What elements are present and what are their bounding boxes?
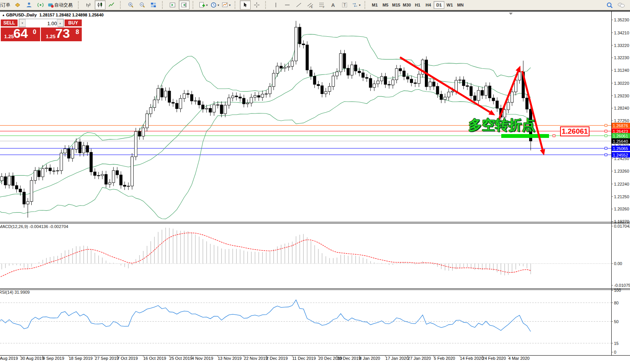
line-handle[interactable] bbox=[605, 124, 607, 126]
chevron-down-icon: ▾ bbox=[229, 3, 230, 7]
candlestick-chart-icon[interactable] bbox=[95, 0, 105, 10]
volume-increase-button[interactable]: ▲ bbox=[57, 19, 63, 27]
timeframe-M30[interactable]: M30 bbox=[402, 1, 412, 9]
svg-text:E: E bbox=[311, 6, 313, 8]
buy-price-box[interactable]: 1.25 73 8 bbox=[41, 28, 82, 41]
one-click-trading-panel: SELL ▼ ▲ BUY 1.25 64 0 1.25 73 8 bbox=[1, 19, 82, 42]
signal-icon[interactable] bbox=[35, 0, 46, 10]
price-badge-label: 1.24552 bbox=[613, 153, 628, 157]
channel-tool-icon[interactable]: E bbox=[305, 0, 316, 10]
rsi-axis-label: 0 bbox=[614, 350, 616, 354]
price-chart[interactable]: 1.352301.342101.332201.322301.312401.302… bbox=[0, 11, 630, 364]
price-axis-label: 1.35230 bbox=[614, 18, 629, 22]
text-label-tool-icon[interactable]: T bbox=[339, 0, 350, 10]
line-handle[interactable] bbox=[605, 130, 607, 132]
chart-template-icon[interactable]: ▾ bbox=[221, 0, 232, 10]
svg-text:A: A bbox=[331, 2, 335, 8]
crosshair-icon[interactable] bbox=[251, 0, 262, 10]
timeframe-MN[interactable]: MN bbox=[455, 1, 466, 9]
buy-button[interactable]: BUY bbox=[65, 19, 82, 26]
toolbar-grip bbox=[364, 1, 368, 9]
price-badge-label: 1.26876 bbox=[613, 123, 628, 128]
date-axis-label: 11 Dec 2019 bbox=[292, 356, 316, 361]
date-axis-label: 7 Oct 2019 bbox=[117, 356, 138, 361]
macd-axis-label: 0.00 bbox=[614, 261, 622, 266]
trendline-tool-icon[interactable] bbox=[293, 0, 304, 10]
toolbar-grip bbox=[265, 1, 268, 9]
auto-trading-button[interactable]: 自动交易 bbox=[47, 0, 75, 10]
chevron-down-icon: ▾ bbox=[206, 3, 207, 7]
horizontal-line-tool-icon[interactable] bbox=[282, 0, 293, 10]
timeframe-M5[interactable]: M5 bbox=[380, 1, 391, 9]
date-axis-label: 17 Jan 2020 bbox=[385, 356, 409, 361]
date-axis-label: 5 Feb 2020 bbox=[434, 356, 455, 361]
bar-chart-icon[interactable] bbox=[83, 0, 94, 10]
date-axis-label: 18 Sep 2019 bbox=[69, 356, 92, 361]
price-axis-label: 1.19270 bbox=[614, 219, 629, 224]
price-badge-label: 1.26061 bbox=[613, 134, 628, 138]
highlight-bar[interactable] bbox=[501, 134, 549, 138]
sell-price-big: 64 bbox=[13, 28, 28, 41]
price-badge-label: 1.26423 bbox=[613, 129, 628, 134]
price-axis-label: 1.32230 bbox=[614, 55, 629, 60]
price-badge-label: 1.25640 bbox=[613, 139, 628, 144]
price-axis-label: 1.31240 bbox=[614, 68, 629, 73]
buy-price-big: 73 bbox=[55, 28, 70, 41]
line-handle[interactable] bbox=[553, 134, 555, 137]
date-axis-label: 2 Dec 2019 bbox=[266, 356, 288, 361]
line-handle[interactable] bbox=[605, 154, 607, 156]
period-clock-icon[interactable]: ▾ bbox=[209, 0, 220, 10]
chart-shift-icon[interactable] bbox=[179, 0, 189, 10]
macd-axis-label: -0.010751 bbox=[614, 283, 630, 288]
date-axis-label: 27 Jan 2020 bbox=[408, 356, 431, 361]
chat-icon[interactable] bbox=[616, 1, 627, 10]
line-handle[interactable] bbox=[605, 147, 607, 149]
timeframe-D1[interactable]: D1 bbox=[434, 1, 444, 9]
indicators-icon[interactable]: ▾ bbox=[198, 0, 209, 10]
timeframe-W1[interactable]: W1 bbox=[444, 1, 455, 9]
deposit-icon[interactable] bbox=[12, 0, 23, 10]
date-axis-label: 4 Nov 2019 bbox=[192, 356, 213, 361]
line-chart-icon[interactable] bbox=[106, 0, 117, 10]
vertical-line-tool-icon[interactable] bbox=[270, 0, 281, 10]
volume-input[interactable] bbox=[26, 19, 58, 28]
price-tag-label[interactable]: 1.26061 bbox=[560, 126, 590, 136]
line-handle[interactable] bbox=[605, 134, 607, 137]
timeframe-M1[interactable]: M1 bbox=[369, 1, 380, 9]
date-axis-label: 21 Aug 2019 bbox=[0, 356, 18, 361]
toolbar-grip bbox=[162, 1, 165, 9]
turning-point-annotation[interactable]: 多空转折点 bbox=[468, 116, 535, 134]
macd-axis-label: 0.017043 bbox=[614, 224, 630, 228]
sell-button[interactable]: SELL bbox=[1, 19, 18, 26]
chevron-down-icon: ▾ bbox=[359, 3, 360, 7]
auto-scroll-icon[interactable] bbox=[167, 0, 178, 10]
date-axis-label: 22 Nov 2019 bbox=[244, 356, 267, 361]
date-axis-label: 13 Nov 2019 bbox=[218, 356, 241, 361]
toolbar-grip bbox=[78, 1, 81, 9]
cursor-icon[interactable] bbox=[240, 0, 251, 10]
tile-windows-icon[interactable] bbox=[148, 0, 159, 10]
zoom-in-icon[interactable] bbox=[125, 0, 136, 10]
text-tool-icon[interactable]: A bbox=[328, 0, 338, 10]
search-icon[interactable] bbox=[604, 1, 615, 10]
price-axis-label: 1.22240 bbox=[614, 182, 629, 186]
rsi-axis-label: 100 bbox=[614, 288, 621, 293]
account-icon[interactable] bbox=[24, 0, 34, 10]
price-axis-label: 1.21250 bbox=[614, 194, 629, 199]
timeframe-H4[interactable]: H4 bbox=[423, 1, 434, 9]
chart-title: ▲GBPUSD-,Daily1.28157 1.28482 1.24898 1.… bbox=[2, 13, 104, 17]
sell-price-sup: 0 bbox=[33, 29, 36, 36]
date-axis-label: 14 Feb 2020 bbox=[460, 356, 484, 361]
date-axis-label: 27 Sep 2019 bbox=[95, 356, 118, 361]
svg-text:F: F bbox=[323, 6, 324, 8]
fibonacci-tool-icon[interactable]: F bbox=[316, 0, 327, 10]
date-axis-label: 30 Dec 2019 bbox=[337, 356, 361, 361]
timeframe-M15[interactable]: M15 bbox=[391, 1, 402, 9]
sell-price-box[interactable]: 1.25 64 0 bbox=[1, 28, 40, 41]
price-badge-label: 1.25065 bbox=[613, 146, 628, 151]
zoom-out-icon[interactable] bbox=[137, 0, 147, 10]
timeframe-H1[interactable]: H1 bbox=[412, 1, 423, 9]
new-order-button[interactable]: 新订单 bbox=[0, 2, 10, 8]
volume-decrease-button[interactable]: ▼ bbox=[19, 19, 26, 27]
shapes-tool-icon[interactable]: ▾ bbox=[351, 0, 361, 10]
